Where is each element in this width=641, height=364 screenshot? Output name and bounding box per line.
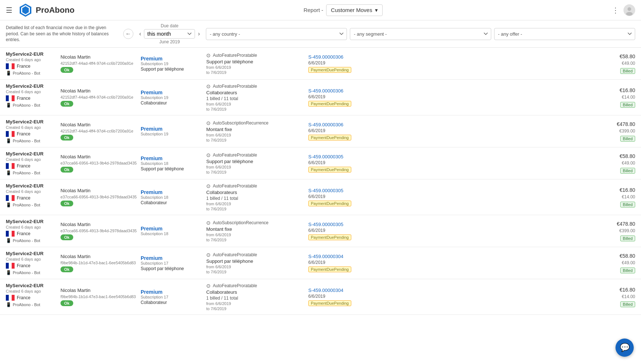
service-col: MyService2-EUR Created 6 days ago France… [6, 283, 60, 311]
service-col: MyService2-EUR Created 6 days ago France… [6, 83, 60, 111]
subscription-col: Premium Subscription 17 Support par télé… [141, 251, 206, 275]
sub-feature: Collaborateur [141, 300, 206, 305]
country-info: France [6, 231, 60, 237]
phone-icon: 📱 [6, 202, 11, 207]
country-info: France [6, 263, 60, 269]
invoice-link[interactable]: S-459.00000306 [308, 88, 374, 94]
invoice-link[interactable]: S-459.00000305 [308, 188, 374, 193]
customer-col: Nicolas Martin e37cca66-6956-4913-9b4d-2… [60, 151, 141, 175]
report-dropdown[interactable]: Customer Moves ▾ [326, 4, 383, 16]
move-name: Montant fixe [206, 127, 308, 132]
created-meta: Created 6 days ago [6, 125, 60, 130]
move-type: ⊙ AutoFeatureProratable [206, 52, 308, 58]
offer-name: Premium [141, 289, 206, 295]
status-badge: Ok [60, 67, 73, 73]
customer-col: Nicolas Martin 42152df7-44ad-4ff4-97d4-c… [60, 119, 141, 143]
amount-sub: €49.00 [622, 161, 635, 166]
segment-filter[interactable]: - any segment - [350, 28, 491, 40]
flag-icon [6, 231, 15, 237]
move-col: ⊙ AutoFeatureProratable Collaborateurs 1… [206, 83, 308, 111]
device-info: 📱 ProAbono - Bot [6, 302, 60, 307]
billed-badge: Billed [620, 268, 635, 273]
customer-name: Nicolas Martin [60, 188, 141, 193]
billed-badge: Billed [620, 136, 635, 142]
customer-name: Nicolas Martin [60, 254, 141, 259]
move-type-label: AutoFeatureProratable [213, 183, 257, 189]
avatar[interactable] [624, 4, 635, 16]
filters-right: - any country - - any segment - - any of… [206, 28, 635, 40]
flag-icon [6, 95, 15, 101]
invoice-link[interactable]: S-459.00000306 [308, 54, 374, 60]
pending-badge: PaymentDuePending [308, 201, 351, 206]
customer-id: e37cca66-6956-4913-9b4d-2978daad3435 [60, 229, 141, 233]
table-row: MyService2-EUR Created 6 days ago France… [0, 115, 641, 147]
invoice-link[interactable]: S-459.00000306 [308, 122, 374, 127]
offer-name: Premium [141, 226, 206, 232]
move-type: ⊙ AutoSubscriptionRecurrence [206, 220, 308, 226]
country-name: France [17, 263, 30, 268]
move-to: to 7/6/2019 [206, 70, 308, 75]
country-info: France [6, 163, 60, 169]
amount-main: €58.80 [619, 153, 635, 159]
svg-point-4 [628, 7, 631, 11]
move-type-label: AutoFeatureProratable [213, 84, 257, 89]
avatar-icon [624, 4, 635, 16]
invoice-link[interactable]: S-459.00000305 [308, 154, 374, 159]
created-meta: Created 6 days ago [6, 289, 60, 293]
back-button[interactable]: ← [123, 29, 133, 39]
sub-feature: Collaborateur [141, 200, 206, 205]
amount-main: €16.80 [619, 287, 635, 293]
invoice-date: 6/6/2019 [308, 94, 374, 99]
move-to: to 7/6/2019 [206, 138, 308, 142]
created-meta: Created 6 days ago [6, 90, 60, 94]
table-row: MyService2-EUR Created 6 days ago France… [0, 80, 641, 115]
offer-name: Premium [141, 126, 206, 132]
customer-id: e37cca66-6956-4913-9b4d-2978daad3435 [60, 161, 141, 165]
move-type-label: AutoSubscriptionRecurrence [213, 220, 269, 225]
amount-main: €478.80 [617, 121, 635, 127]
menu-icon[interactable]: ☰ [6, 6, 12, 15]
subscription-col: Premium Subscription 19 Support par télé… [141, 51, 206, 76]
offer-name: Premium [141, 155, 206, 161]
invoice-date: 6/6/2019 [308, 60, 374, 66]
move-col: ⊙ AutoSubscriptionRecurrence Montant fix… [206, 219, 308, 243]
amount-badge-col: €16.80 €14.00 Billed [619, 283, 635, 311]
move-icon: ⊙ [206, 183, 211, 189]
move-icon: ⊙ [206, 152, 211, 158]
pending-badge: PaymentDuePending [308, 234, 351, 240]
amount-badge-col: €58.80 €49.00 Billed [619, 51, 635, 76]
move-type: ⊙ AutoFeatureProratable [206, 183, 308, 189]
date-dropdown[interactable]: this month [144, 29, 195, 39]
service-col: MyService2-EUR Created 6 days ago France… [6, 51, 60, 76]
device-name: ProAbono - Bot [13, 238, 40, 243]
more-options-icon[interactable]: ⋮ [612, 6, 619, 15]
move-col: ⊙ AutoFeatureProratable Support par télé… [206, 51, 308, 76]
invoice-col: S-459.00000305 6/6/2019 PaymentDuePendin… [308, 183, 374, 211]
offer-filter[interactable]: - any offer - [494, 28, 635, 40]
service-name: MyService2-EUR [6, 151, 60, 157]
date-next-button[interactable]: › [196, 30, 201, 38]
sub-id: Subscription 17 [141, 261, 206, 265]
service-name: MyService2-EUR [6, 51, 60, 57]
date-subtitle: June 2019 [159, 39, 180, 44]
country-info: France [6, 295, 60, 301]
customer-col: Nicolas Martin f9be984b-1b1d-47e3-bac1-6… [60, 283, 141, 311]
pending-badge: PaymentDuePending [308, 67, 351, 73]
service-col: MyService2-EUR Created 6 days ago France… [6, 251, 60, 275]
logo-icon [18, 3, 33, 17]
status-badge: Ok [60, 167, 73, 173]
date-prev-button[interactable]: ‹ [138, 30, 142, 38]
flag-icon [6, 195, 15, 201]
move-from: from 6/6/2019 [206, 202, 308, 206]
invoice-link[interactable]: S-459.00000304 [308, 254, 374, 259]
billed-badge: Billed [620, 68, 635, 74]
invoice-link[interactable]: S-459.00000304 [308, 288, 374, 293]
country-name: France [17, 96, 30, 101]
invoice-link[interactable]: S-459.00000305 [308, 222, 374, 227]
country-filter[interactable]: - any country - [206, 28, 347, 40]
move-name: Support par téléphone [206, 59, 308, 64]
subscription-col: Premium Subscription 18 [141, 219, 206, 243]
move-from: from 6/6/2019 [206, 165, 308, 169]
amount-main: €16.80 [619, 87, 635, 93]
subscription-col: Premium Subscription 19 [141, 119, 206, 143]
